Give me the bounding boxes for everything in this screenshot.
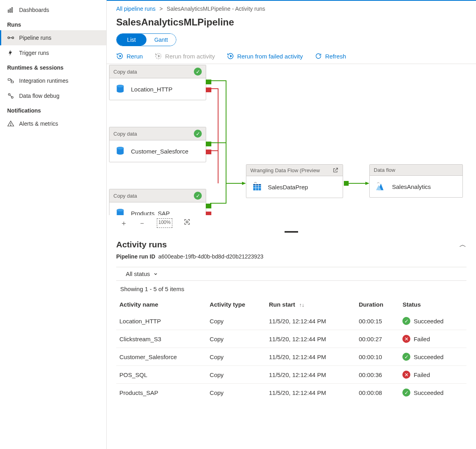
success-icon: ✓: [402, 389, 410, 397]
table-row[interactable]: Clickstream_S3Copy11/5/20, 12:12:44 PM00…: [116, 330, 466, 348]
activity-runs-table: Activity name Activity type Run start ↑↓…: [116, 297, 466, 401]
zoom-in-button[interactable]: ＋: [120, 218, 127, 228]
sidebar-item-label: Integration runtimes: [19, 78, 68, 84]
breadcrumb-current: SalesAnalyticsMLPipeline - Activity runs: [167, 6, 265, 12]
activity-node-products-sap[interactable]: Copy data ✓ Products_SAP: [109, 189, 206, 215]
refresh-button[interactable]: Refresh: [315, 52, 346, 60]
run-id-value: a600eabe-19fb-4d0b-bd8d-d20b21223923: [158, 253, 263, 260]
col-status[interactable]: Status: [399, 297, 466, 312]
activity-runs-title: Activity runs: [116, 240, 167, 249]
toolbar: Rerun Rerun from activity Rerun from fai…: [107, 46, 476, 64]
rerun-button[interactable]: Rerun: [116, 52, 143, 60]
status-success-icon: ✓: [194, 68, 202, 76]
sidebar-item-trigger-runs[interactable]: Trigger runs: [0, 45, 106, 60]
cell-run-start: 11/5/20, 12:12:44 PM: [266, 348, 356, 366]
sort-icon: ↑↓: [299, 302, 304, 308]
view-toggle-list[interactable]: List: [117, 34, 146, 46]
cell-activity-name: Location_HTTP: [116, 312, 207, 330]
status-filter-dropdown[interactable]: All status: [126, 270, 158, 277]
sidebar-item-label: Trigger runs: [19, 50, 49, 56]
table-row[interactable]: Location_HTTPCopy11/5/20, 12:12:44 PM00:…: [116, 312, 466, 330]
cell-status: ✓Succeeded: [399, 312, 466, 330]
failed-icon: ✕: [402, 371, 410, 379]
zoom-reset-button[interactable]: 100%: [157, 218, 172, 228]
dataflow-icon: [375, 181, 386, 192]
canvas-zoom-toolbar: ＋ － 100%: [107, 215, 476, 231]
rerun-from-failed-button[interactable]: Rerun from failed activity: [227, 52, 303, 60]
svg-marker-13: [230, 55, 232, 57]
table-row[interactable]: Products_SAPCopy11/5/20, 12:12:44 PM00:0…: [116, 384, 466, 402]
integration-icon: [7, 77, 14, 84]
table-icon: [252, 182, 262, 192]
node-title: Location_HTTP: [131, 86, 172, 93]
sidebar-item-data-flow-debug[interactable]: Data flow debug: [0, 88, 106, 103]
svg-marker-12: [158, 55, 160, 57]
svg-rect-1: [10, 9, 11, 12]
cell-status: ✕Failed: [399, 330, 466, 348]
zoom-out-button[interactable]: －: [139, 218, 146, 228]
svg-marker-14: [242, 182, 246, 185]
collapse-button[interactable]: ︿: [459, 240, 466, 249]
view-toggle: List Gantt: [116, 33, 176, 46]
table-row[interactable]: POS_SQLCopy11/5/20, 12:12:44 PM00:00:36✕…: [116, 366, 466, 384]
cell-run-start: 11/5/20, 12:12:44 PM: [266, 330, 356, 348]
status-success-icon: ✓: [194, 192, 202, 200]
cell-duration: 00:00:27: [355, 330, 399, 348]
sidebar-item-integration-runtimes[interactable]: Integration runtimes: [0, 73, 106, 88]
pipeline-canvas[interactable]: Copy data ✓ Location_HTTP Copy data ✓ Cu…: [107, 64, 476, 215]
cell-activity-type: Copy: [207, 348, 266, 366]
cell-activity-type: Copy: [207, 366, 266, 384]
node-type-label: Wrangling Data Flow (Preview: [250, 167, 320, 173]
sidebar-item-alerts[interactable]: Alerts & metrics: [0, 116, 106, 131]
svg-rect-5: [8, 79, 10, 81]
svg-point-22: [117, 209, 123, 212]
sidebar-item-dashboards[interactable]: Dashboards: [0, 2, 106, 17]
page-title: SalesAnalyticsMLPipeline: [107, 14, 476, 33]
col-activity-type[interactable]: Activity type: [207, 297, 266, 312]
view-toggle-gantt[interactable]: Gantt: [146, 34, 176, 46]
sidebar-group-runs: Runs: [0, 17, 106, 30]
svg-point-10: [10, 125, 11, 126]
breadcrumb: All pipeline runs > SalesAnalyticsMLPipe…: [107, 1, 476, 14]
activity-node-salesdataprep[interactable]: Wrangling Data Flow (Preview SalesDataPr…: [246, 164, 343, 198]
col-activity-name[interactable]: Activity name: [116, 297, 207, 312]
run-id-label: Pipeline run ID: [116, 253, 155, 260]
dashboard-icon: [7, 6, 14, 14]
alert-icon: [7, 120, 14, 127]
activity-node-customer-salesforce[interactable]: Copy data ✓ Customer_Salesforce: [109, 127, 206, 162]
fit-to-screen-button[interactable]: [183, 218, 191, 228]
col-duration[interactable]: Duration: [355, 297, 399, 312]
table-row[interactable]: Customer_SalesforceCopy11/5/20, 12:12:44…: [116, 348, 466, 366]
success-icon: ✓: [402, 317, 410, 325]
showing-text: Showing 1 - 5 of 5 items: [107, 281, 476, 297]
sidebar-item-pipeline-runs[interactable]: Pipeline runs: [0, 30, 106, 45]
activity-node-salesanalytics[interactable]: Data flow SalesAnalytics: [369, 164, 463, 198]
panel-resize-handle[interactable]: [107, 231, 476, 234]
cell-run-start: 11/5/20, 12:12:44 PM: [266, 366, 356, 384]
sidebar-item-label: Data flow debug: [19, 93, 59, 99]
svg-marker-11: [120, 55, 121, 57]
node-title: Customer_Salesforce: [131, 148, 188, 155]
open-external-icon[interactable]: [332, 167, 339, 173]
cell-status: ✓Succeeded: [399, 348, 466, 366]
cell-activity-name: Products_SAP: [116, 384, 207, 402]
node-title: SalesDataPrep: [268, 184, 308, 190]
svg-point-8: [12, 97, 14, 99]
sidebar-group-runtimes: Runtimes & sessions: [0, 60, 106, 73]
sidebar-item-label: Dashboards: [19, 7, 49, 13]
trigger-icon: [7, 49, 14, 56]
cell-status: ✓Succeeded: [399, 384, 466, 402]
col-run-start[interactable]: Run start ↑↓: [266, 297, 356, 312]
cell-activity-type: Copy: [207, 312, 266, 330]
dataflow-debug-icon: [7, 92, 14, 99]
activity-node-location-http[interactable]: Copy data ✓ Location_HTTP: [109, 65, 206, 100]
breadcrumb-root[interactable]: All pipeline runs: [116, 6, 156, 12]
database-icon: [115, 208, 125, 215]
cell-run-start: 11/5/20, 12:12:44 PM: [266, 312, 356, 330]
database-icon: [115, 84, 125, 94]
status-success-icon: ✓: [194, 130, 202, 138]
svg-marker-16: [365, 182, 369, 185]
pipeline-icon: [7, 34, 14, 41]
svg-rect-23: [186, 221, 188, 223]
cell-activity-type: Copy: [207, 384, 266, 402]
